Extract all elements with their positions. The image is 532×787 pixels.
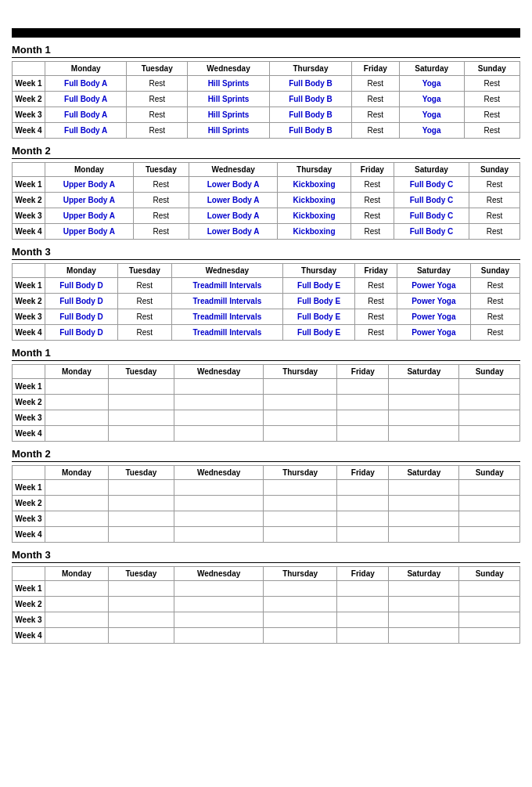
empty-cell[interactable] <box>337 511 389 527</box>
empty-cell[interactable] <box>337 597 389 612</box>
empty-cell[interactable] <box>337 379 389 395</box>
empty-cell[interactable] <box>174 410 264 426</box>
day-header-thursday: Thursday <box>264 567 337 581</box>
empty-cell[interactable] <box>45 426 109 442</box>
empty-cell[interactable] <box>264 581 337 597</box>
empty-cell[interactable] <box>459 527 520 543</box>
empty-cell[interactable] <box>264 597 337 612</box>
empty-cell[interactable] <box>264 379 337 395</box>
month-title: Month 1 <box>12 44 520 58</box>
empty-cell[interactable] <box>264 496 337 511</box>
day-header-wednesday: Wednesday <box>174 365 264 379</box>
empty-cell[interactable] <box>389 410 459 426</box>
empty-cell[interactable] <box>264 628 337 644</box>
empty-cell[interactable] <box>174 597 264 612</box>
day-header-monday: Monday <box>45 62 127 76</box>
empty-cell[interactable] <box>264 395 337 410</box>
empty-cell[interactable] <box>264 426 337 442</box>
empty-cell[interactable] <box>45 410 109 426</box>
empty-cell[interactable] <box>174 612 264 628</box>
empty-cell[interactable] <box>174 426 264 442</box>
empty-cell[interactable] <box>337 395 389 410</box>
empty-cell[interactable] <box>389 496 459 511</box>
empty-cell[interactable] <box>108 628 174 644</box>
empty-cell[interactable] <box>459 410 520 426</box>
empty-cell[interactable] <box>45 628 109 644</box>
empty-cell[interactable] <box>174 379 264 395</box>
empty-cell[interactable] <box>264 527 337 543</box>
empty-cell[interactable] <box>459 581 520 597</box>
cell: Rest <box>355 294 397 309</box>
empty-cell[interactable] <box>174 480 264 496</box>
empty-cell[interactable] <box>108 496 174 511</box>
empty-cell[interactable] <box>389 628 459 644</box>
empty-cell[interactable] <box>108 581 174 597</box>
empty-cell[interactable] <box>337 581 389 597</box>
empty-cell[interactable] <box>108 480 174 496</box>
empty-cell[interactable] <box>337 496 389 511</box>
empty-cell[interactable] <box>108 527 174 543</box>
empty-cell[interactable] <box>45 395 109 410</box>
empty-cell[interactable] <box>45 612 109 628</box>
empty-cell[interactable] <box>45 597 109 612</box>
empty-cell[interactable] <box>45 581 109 597</box>
empty-cell[interactable] <box>108 511 174 527</box>
empty-cell[interactable] <box>337 410 389 426</box>
empty-cell[interactable] <box>45 511 109 527</box>
empty-cell[interactable] <box>459 511 520 527</box>
empty-cell[interactable] <box>389 395 459 410</box>
day-header-wednesday: Wednesday <box>174 567 264 581</box>
empty-cell[interactable] <box>337 628 389 644</box>
cell: Yoga <box>399 92 464 107</box>
empty-cell[interactable] <box>389 379 459 395</box>
empty-cell[interactable] <box>459 597 520 612</box>
day-header-thursday: Thursday <box>264 466 337 480</box>
empty-cell[interactable] <box>459 612 520 628</box>
empty-cell[interactable] <box>459 480 520 496</box>
empty-cell[interactable] <box>389 612 459 628</box>
empty-cell[interactable] <box>459 628 520 644</box>
empty-cell[interactable] <box>45 496 109 511</box>
day-header-thursday: Thursday <box>278 163 350 177</box>
month-title: Month 2 <box>12 448 520 462</box>
empty-cell[interactable] <box>174 395 264 410</box>
empty-cell[interactable] <box>174 581 264 597</box>
cell: Full Body E <box>283 325 355 341</box>
empty-cell[interactable] <box>389 597 459 612</box>
empty-cell[interactable] <box>108 426 174 442</box>
cell: Rest <box>464 92 519 107</box>
empty-cell[interactable] <box>108 597 174 612</box>
empty-cell[interactable] <box>108 395 174 410</box>
empty-cell[interactable] <box>337 527 389 543</box>
empty-cell[interactable] <box>108 612 174 628</box>
empty-cell[interactable] <box>264 480 337 496</box>
empty-cell[interactable] <box>174 628 264 644</box>
empty-cell[interactable] <box>389 426 459 442</box>
empty-cell[interactable] <box>389 527 459 543</box>
empty-cell[interactable] <box>264 612 337 628</box>
month-title: Month 3 <box>12 246 520 260</box>
empty-cell[interactable] <box>459 426 520 442</box>
empty-cell[interactable] <box>459 379 520 395</box>
empty-cell[interactable] <box>45 379 109 395</box>
empty-cell[interactable] <box>459 395 520 410</box>
empty-cell[interactable] <box>174 496 264 511</box>
empty-cell[interactable] <box>459 496 520 511</box>
empty-cell[interactable] <box>264 511 337 527</box>
empty-cell[interactable] <box>389 511 459 527</box>
empty-cell[interactable] <box>174 527 264 543</box>
empty-cell[interactable] <box>337 426 389 442</box>
day-header-tuesday: Tuesday <box>108 466 174 480</box>
empty-cell[interactable] <box>389 480 459 496</box>
empty-cell[interactable] <box>264 410 337 426</box>
empty-cell[interactable] <box>174 511 264 527</box>
day-header-friday: Friday <box>337 567 389 581</box>
empty-cell[interactable] <box>45 527 109 543</box>
week-label: Week 4 <box>13 224 45 240</box>
empty-cell[interactable] <box>337 480 389 496</box>
empty-cell[interactable] <box>108 379 174 395</box>
empty-cell[interactable] <box>337 612 389 628</box>
empty-cell[interactable] <box>108 410 174 426</box>
empty-cell[interactable] <box>45 480 109 496</box>
empty-cell[interactable] <box>389 581 459 597</box>
